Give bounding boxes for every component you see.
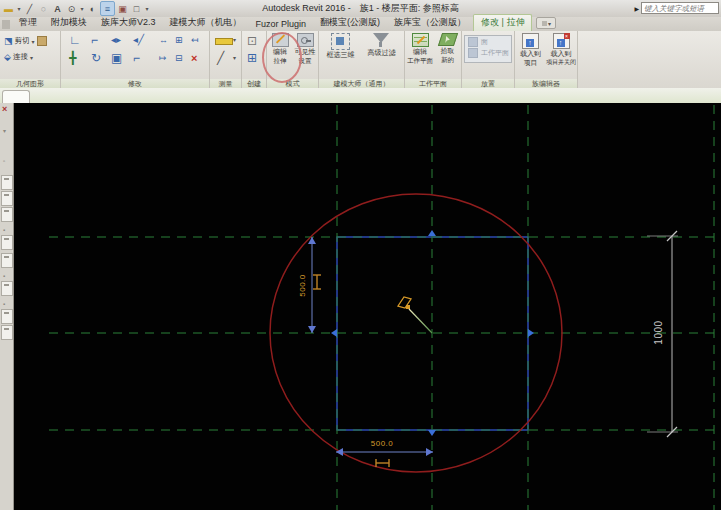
mirror-axis-icon[interactable]: ◂▸ [111,34,121,46]
strip-button[interactable] [1,175,13,190]
box-select-3d-button[interactable]: 框选三维 [321,33,360,59]
dropdown-icon[interactable]: ▾ [233,54,236,61]
constraint-ibeam-bottom[interactable] [376,459,389,467]
measure-ruler-icon[interactable] [215,38,233,45]
strip-button[interactable] [1,281,13,296]
cut-button[interactable]: ⬔ 剪切 ▾ [4,36,47,46]
visibility-settings-button[interactable]: 可见性 设置 [293,33,317,65]
cursor-leader-line [409,309,432,333]
work-plane-icon [468,48,478,58]
search-arrow-icon[interactable]: ▶ [634,5,639,12]
offset-icon[interactable]: ↔ [159,36,168,45]
ribbon-state-toggle[interactable]: ▾ [536,17,556,29]
strip-button[interactable] [1,235,13,250]
join-button[interactable]: ⬙ 连接 ▾ [4,52,33,62]
tab-fuzor-plugin[interactable]: Fuzor Plugin [249,18,314,31]
orbit-icon[interactable]: ⊙ [65,2,78,15]
edit-extrusion-button[interactable]: 编辑 拉伸 [268,33,292,65]
tab-family-bao[interactable]: 族库宝（公测版） [387,15,473,31]
array-icon[interactable]: ⊞ [175,36,183,45]
tab-modify-extrude[interactable]: 修改 | 拉伸 [473,14,532,31]
shaded-view-icon[interactable]: ◐ [86,2,99,15]
dimension-1000-value[interactable]: 1000 [653,317,664,349]
cursor-badge [406,305,410,309]
panel-geometry: ⬔ 剪切 ▾ ⬙ 连接 ▾ 几何图形 [0,31,61,88]
edit-work-plane-button[interactable]: 编辑 工作平面 [406,33,434,65]
create-array-icon[interactable]: ⊞ [247,52,257,64]
pick-new-plane-button[interactable]: 拾取 新的 [435,33,460,64]
tab-family-library-master[interactable]: 族库大师V2.3 [94,15,163,31]
temp-dim-arrow [308,326,316,333]
advanced-filter-icon [373,33,390,48]
handle-bottom[interactable] [428,430,436,436]
temp-dimension-bottom-value[interactable]: 500.0 [364,439,400,448]
delete-icon[interactable]: × [191,52,197,64]
split-icon[interactable]: ↤ [191,36,199,45]
join-icon: ⬙ [4,53,11,62]
tab-addins[interactable]: 附加模块 [44,15,94,31]
close-icon[interactable]: × [2,105,7,114]
strip-mark: ▾ [3,128,6,134]
panel-modify: ∟ ⌐ ◂▸ ◂╱ ╋ ↻ ▣ ⌐ ↔ ⊞ ↤ ↦ ⊟ × 修改 [61,31,210,88]
text-icon[interactable]: A [51,2,64,15]
handle-top[interactable] [428,230,436,236]
side-panel-strip: × ▾ ▫ ▪ ▪ ▪ [0,103,14,510]
search-input[interactable] [641,2,719,14]
strip-button[interactable] [1,207,13,222]
panel-modeling-master: 框选三维 高级过滤 建模大师（通用） [319,31,405,88]
temp-dimension-left-value[interactable]: 500.0 [298,270,307,302]
tab-fanmodel-bao[interactable]: 翻模宝(公测版) [313,15,387,31]
trim-icon[interactable]: ⌐ [133,52,140,64]
edit-extrusion-icon [272,33,289,47]
clipboard-icon[interactable] [37,36,47,46]
ribbon-tabs: 管理 附加模块 族库大师V2.3 建模大师（机电） Fuzor Plugin 翻… [0,17,721,32]
measure-line-icon[interactable]: ╱ [217,51,224,65]
move-icon[interactable]: ╋ [69,52,76,64]
handle-right[interactable] [528,329,534,337]
panel-label-mode: 模式 [267,79,318,88]
pan-icon[interactable]: ○ [37,2,50,15]
tab-modeling-master-mep[interactable]: 建模大师（机电） [163,15,249,31]
panel-create: ⊡ ⊞ 创建 [242,31,267,88]
rotate-icon[interactable]: ↻ [91,52,101,64]
options-bar [0,88,721,104]
panel-work-plane: 编辑 工作平面 拾取 新的 工作平面 [405,31,462,88]
create-group-icon[interactable]: ⊡ [247,34,257,48]
dropdown-icon[interactable]: ▾ [233,36,236,43]
advanced-filter-button[interactable]: 高级过滤 [362,33,401,57]
copy-icon[interactable]: ▣ [111,52,122,64]
handle-left[interactable] [331,329,337,337]
strip-button[interactable] [1,191,13,206]
drawing-canvas[interactable]: 500.0 500.0 1000 [14,103,721,510]
dropdown-icon: ▾ [32,38,35,45]
pick-new-plane-icon [437,33,457,46]
panel-label-create: 创建 [242,79,266,88]
tab-manage[interactable]: 管理 [12,15,44,31]
pin-icon[interactable]: ⊟ [175,54,183,63]
scale-icon[interactable]: ↦ [159,54,167,63]
constraint-ibeam-left[interactable] [313,275,321,289]
partial-tab[interactable] [2,20,10,29]
strip-mark: ▪ [3,227,5,233]
revit-window: ▬ ▾ ╱ ○ A ⊙ ▾ ◐ ≡ ▣ □ ▾ Autodesk Revit 2… [0,0,721,510]
mirror-draw-icon[interactable]: ◂╱ [133,34,144,46]
search-area: ▶ [634,2,719,14]
dropdown-icon[interactable]: ▾ [16,5,22,12]
ribbon: ⬔ 剪切 ▾ ⬙ 连接 ▾ 几何图形 ∟ ⌐ ◂▸ ◂╱ ╋ ↻ ▣ ⌐ ↔ ⊞… [0,31,721,88]
load-into-project-close-button[interactable]: ↑× 载入到 项目并关闭 [546,33,576,67]
load-into-project-icon: ↑ [522,33,539,49]
cope-icon[interactable]: ⌐ [91,34,98,46]
align-icon[interactable]: ∟ [69,34,81,46]
dropdown-icon[interactable]: ▾ [79,5,85,12]
strip-mark: ▪ [3,273,5,279]
modify-tool-icon[interactable]: ▬ [2,2,15,15]
pen-icon[interactable]: ╱ [23,2,36,15]
load-into-project-button[interactable]: ↑ 载入到 项目 [516,33,545,67]
strip-button[interactable] [1,253,13,268]
strip-button[interactable] [1,309,13,324]
placement-option-face: 面 [465,36,511,47]
panel-label-placement: 放置 [462,79,514,88]
cut-icon: ⬔ [4,37,13,46]
strip-button[interactable] [1,325,13,340]
visibility-icon [297,33,314,47]
